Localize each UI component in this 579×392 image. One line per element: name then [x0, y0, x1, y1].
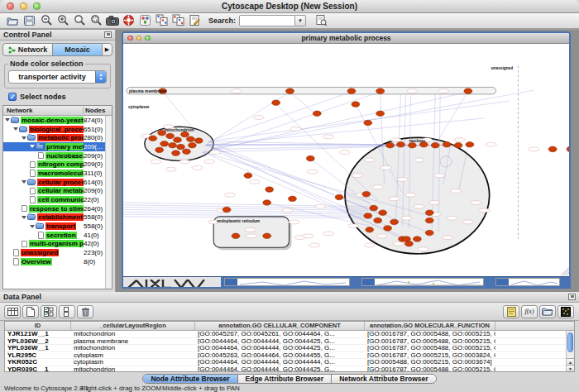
node[interactable] [404, 241, 413, 246]
open-session-icon[interactable] [5, 13, 21, 27]
node[interactable] [408, 142, 416, 148]
scroll-down-icon[interactable]: ▼ [567, 365, 574, 371]
expand-triangle-icon[interactable] [22, 216, 26, 219]
expand-triangle-icon[interactable] [30, 225, 35, 228]
table-row[interactable]: YLR295Ccytoplasm[GO:0045263, GO:0044464,… [5, 352, 574, 360]
function-builder-icon[interactable]: f(x) [521, 305, 538, 318]
table-column-header[interactable]: _cellularLayoutRegion [71, 322, 195, 330]
zoom-fit-icon[interactable] [71, 12, 87, 26]
background-window-thumbnail[interactable] [224, 278, 350, 286]
import-table-icon[interactable] [503, 305, 519, 318]
zoom-selected-icon[interactable] [88, 12, 103, 26]
annotation-icon[interactable] [187, 13, 203, 27]
expand-triangle-icon[interactable] [13, 127, 18, 131]
copy-view-icon[interactable] [154, 12, 170, 26]
node[interactable] [347, 88, 356, 94]
node[interactable] [413, 237, 421, 242]
zoom-out-icon[interactable] [38, 12, 54, 26]
save-session-icon[interactable] [22, 13, 37, 27]
app-titlebar[interactable]: Cytoscape Desktop (New Session) [0, 0, 579, 13]
node[interactable] [374, 218, 382, 223]
node[interactable] [376, 88, 385, 94]
tree-row-multi-organism-pro[interactable]: multi-organism pro42(0) [3, 240, 112, 249]
tree-row-cellular-process[interactable]: cellular process614(0) [3, 178, 112, 187]
tab-edge-attribute-browser[interactable]: Edge Attribute Browser [237, 375, 332, 383]
tab-network-attribute-browser[interactable]: Network Attribute Browser [331, 375, 435, 383]
node[interactable] [397, 141, 405, 147]
network-view-window[interactable]: primary metabolic process plasma membran… [122, 31, 571, 289]
tree-row-macromolecule[interactable]: macromolecule311(0) [3, 169, 112, 178]
open-attributes-icon[interactable] [539, 305, 556, 318]
table-row[interactable]: YKR052Ccytoplasm[GO:0044464, GO:0044444,… [5, 359, 574, 366]
node[interactable] [172, 151, 180, 156]
table-column-header[interactable]: annotation.GO CELLULAR_COMPONENT [195, 322, 365, 330]
node[interactable] [548, 146, 557, 152]
node[interactable] [386, 142, 395, 148]
column-select-icon[interactable] [4, 305, 21, 318]
tree-row-cell-communicat[interactable]: cell communicat22(0) [3, 195, 112, 204]
table-row[interactable]: YJR121W__1mitochondrion[GO:0045267, GO:0… [5, 331, 574, 338]
node[interactable] [244, 173, 252, 179]
node[interactable] [263, 233, 271, 239]
edge[interactable] [123, 212, 368, 214]
table-row[interactable]: YDR039C__1mitochondrion[GO:0044464, GO:0… [5, 366, 574, 372]
node[interactable] [232, 233, 240, 239]
node[interactable] [370, 205, 378, 211]
node[interactable] [286, 88, 294, 94]
attribute-table[interactable]: ID_cellularLayoutRegionannotation.GO CEL… [4, 321, 575, 372]
edge[interactable] [211, 92, 380, 149]
node[interactable] [289, 196, 297, 202]
tree-row-overview[interactable]: Overview8(0) [3, 257, 112, 266]
background-window-thumbnail[interactable] [495, 278, 560, 286]
tree-column-network[interactable]: Network [3, 107, 84, 114]
tree-row-unassigned[interactable]: unassigned223(0) [3, 248, 112, 257]
tree-row-secretion[interactable]: secretion41(0) [3, 231, 112, 240]
node[interactable] [223, 207, 231, 213]
background-network-fragment[interactable] [123, 277, 221, 287]
node[interactable] [464, 88, 472, 94]
tab-node-attribute-browser[interactable]: Node Attribute Browser [143, 375, 237, 383]
node[interactable] [376, 111, 385, 117]
tree-row-transport[interactable]: transport558(0) [3, 222, 112, 231]
node[interactable] [266, 187, 274, 193]
tree-row-nitrogen-compo[interactable]: nitrogen compo209(0) [3, 160, 112, 169]
node[interactable] [366, 227, 374, 233]
tab-network[interactable]: Network [3, 44, 52, 55]
node[interactable] [466, 141, 474, 147]
network-canvas[interactable]: plasma membranecytoplasmmitochondrionnuc… [123, 44, 569, 276]
node[interactable] [431, 142, 439, 148]
tabs-overflow-arrow-icon[interactable]: ▶ [102, 44, 112, 55]
tree-column-nodes[interactable]: Nodes [84, 107, 112, 114]
node[interactable] [567, 146, 569, 152]
edge[interactable] [208, 101, 509, 141]
edge[interactable] [276, 104, 378, 200]
node[interactable] [149, 136, 157, 141]
matrix-icon[interactable] [557, 305, 574, 318]
node[interactable] [362, 191, 371, 197]
node[interactable] [425, 230, 433, 236]
node[interactable] [364, 213, 372, 219]
node[interactable] [335, 194, 343, 200]
tree-row-biological-process[interactable]: biological_process651(0) [3, 125, 112, 134]
tree-row-establishment-of-lo[interactable]: establishment of lo558(0) [3, 213, 112, 222]
expand-triangle-icon[interactable] [22, 180, 26, 184]
node[interactable] [174, 137, 182, 143]
vizmapper-icon[interactable] [137, 13, 153, 27]
node[interactable] [379, 210, 387, 216]
table-column-header[interactable]: annotation.GO MOLECULAR_FUNCTION [365, 322, 495, 330]
node[interactable] [186, 136, 194, 142]
snapshot-icon[interactable] [104, 13, 120, 27]
node-color-dropdown[interactable]: transporter activity ▲▼ [8, 70, 107, 84]
float-panel-icon[interactable] [568, 294, 576, 300]
tree-scrollbar[interactable] [105, 116, 112, 289]
node[interactable] [180, 131, 189, 137]
tree-row-metabolic-process[interactable]: metabolic process280(0) [3, 133, 112, 142]
unselect-all-attributes-icon[interactable] [59, 305, 75, 318]
node[interactable] [443, 141, 451, 147]
table-scrollbar-thumb[interactable] [567, 332, 573, 352]
node[interactable] [425, 210, 433, 216]
node[interactable] [384, 226, 392, 232]
create-view-icon[interactable] [170, 12, 186, 26]
tree-row-response-to-stimulu[interactable]: response to stimulu264(0) [3, 204, 112, 213]
node[interactable] [263, 200, 271, 206]
